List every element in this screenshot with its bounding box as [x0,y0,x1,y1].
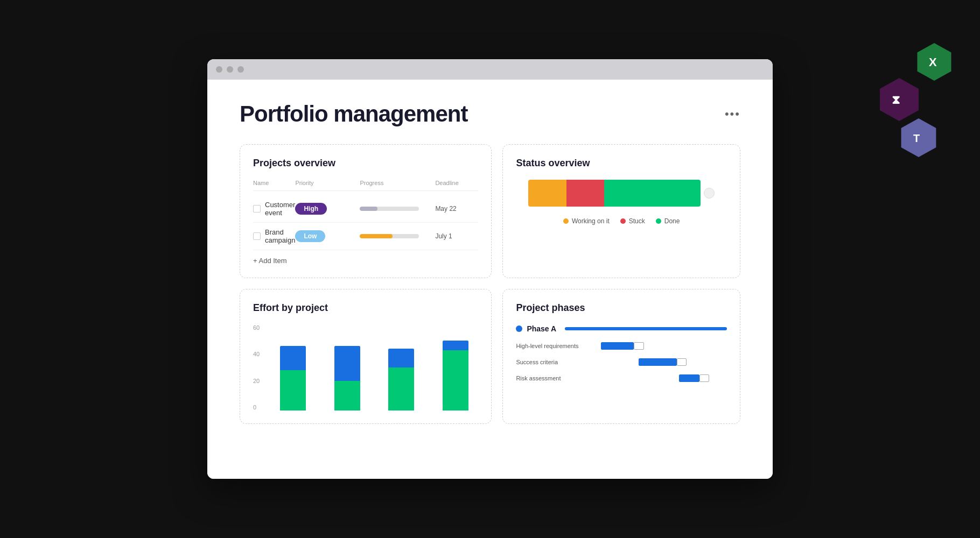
deadline-text: May 22 [435,205,478,213]
progress-bar-fill [360,234,393,238]
effort-chart-title: Effort by project [253,302,478,314]
bar-group [270,324,316,410]
status-segment-stuck [566,180,604,207]
phase-label: Phase A [527,324,556,333]
bar-green [334,381,360,410]
col-deadline: Deadline [435,180,478,186]
legend-dot-done [656,218,661,224]
priority-badge-high[interactable]: High [295,203,327,215]
legend-label-done: Done [664,217,680,225]
more-options-button[interactable]: ••• [725,107,740,121]
status-segment-done [604,180,701,207]
progress-bar-fill [360,207,377,211]
svg-text:T: T [913,132,920,144]
bar-group [379,324,424,410]
gantt-row-label: Risk assessment [516,375,597,381]
bar-group [325,324,370,410]
projects-table: Name Priority Progress Deadline Customer… [253,180,478,250]
bar-stack [280,346,306,410]
priority-cell: High [295,203,360,215]
priority-cell: Low [295,230,360,242]
project-phases-card: Project phases Phase A High-level requir… [502,289,740,424]
gantt-track [601,374,727,383]
gantt-connector-box [699,374,710,382]
bar-green [388,367,414,410]
gantt-track [601,358,727,366]
integration-icons: X ⧗ T [883,43,953,152]
progress-bar-container [360,234,419,238]
browser-dot-1 [216,66,222,73]
gantt-row: Success criteria [516,358,727,366]
project-name-cell: Customer event [253,201,295,217]
bar-blue [334,346,360,381]
gantt-row: Risk assessment [516,374,727,383]
status-bar-container [516,180,727,207]
browser-window: Portfolio management ••• Projects overvi… [207,59,773,479]
cards-grid: Projects overview Name Priority Progress… [240,144,740,424]
project-checkbox[interactable] [253,232,261,240]
bar-stack [443,341,468,410]
y-label: 0 [253,404,260,410]
slack-icon: ⧗ [878,78,921,121]
svg-text:X: X [929,55,937,69]
add-item-button[interactable]: + Add Item [253,257,478,265]
bar-green [280,370,306,410]
gantt-connector-box [634,342,644,350]
bar-green [443,350,468,410]
status-segment-working [528,180,566,207]
gantt-row-label: Success criteria [516,359,597,365]
priority-badge-low[interactable]: Low [295,230,325,242]
table-header: Name Priority Progress Deadline [253,180,478,191]
projects-overview-title: Projects overview [253,158,478,169]
bar-stack [388,349,414,410]
project-phases-title: Project phases [516,302,727,314]
excel-icon: X [915,43,953,81]
bar-blue [388,349,414,367]
teams-icon: T [899,118,938,157]
legend-label-working: Working on it [572,217,610,225]
y-label: 40 [253,351,260,357]
browser-content: Portfolio management ••• Projects overvi… [207,80,773,479]
gantt-row-label: High-level requirements [516,343,597,349]
bar-stack [334,346,360,410]
phase-header: Phase A [516,324,727,333]
bar-chart [270,324,478,410]
y-axis: 60 40 20 0 [253,324,260,410]
status-bar [528,180,701,207]
svg-text:⧗: ⧗ [892,93,900,107]
y-label: 60 [253,324,260,331]
table-row: Brand campaign Low July 1 [253,223,478,250]
project-name: Customer event [265,201,295,217]
status-overview-title: Status overview [516,158,727,169]
effort-chart-card: Effort by project 60 40 20 0 [240,289,492,424]
y-label: 20 [253,378,260,384]
project-checkbox[interactable] [253,205,261,213]
bar-blue [280,346,306,370]
browser-titlebar [207,59,773,80]
col-priority: Priority [295,180,360,186]
legend-dot-working [563,218,569,224]
legend-label-stuck: Stuck [629,217,645,225]
legend-item-stuck: Stuck [620,217,645,225]
progress-bar-container [360,207,419,211]
status-legend: Working on it Stuck Done [516,217,727,225]
status-handle [704,188,715,199]
table-row: Customer event High May 22 [253,195,478,223]
col-progress: Progress [360,180,435,186]
bar-group [433,324,479,410]
browser-dot-2 [227,66,233,73]
phase-dot [516,325,522,332]
legend-item-done: Done [656,217,680,225]
status-overview-card: Status overview Working on it [502,144,740,278]
gantt-bar [679,374,699,382]
gantt-rows: High-level requirements Success criteria [516,342,727,383]
gantt-connector-box [677,358,687,366]
project-name: Brand campaign [265,228,295,244]
gantt-bar [639,358,676,366]
legend-item-working: Working on it [563,217,610,225]
deadline-text: July 1 [435,232,478,240]
projects-overview-card: Projects overview Name Priority Progress… [240,144,492,278]
gantt-track [601,342,727,350]
project-name-cell: Brand campaign [253,228,295,244]
bar-blue [443,341,468,350]
